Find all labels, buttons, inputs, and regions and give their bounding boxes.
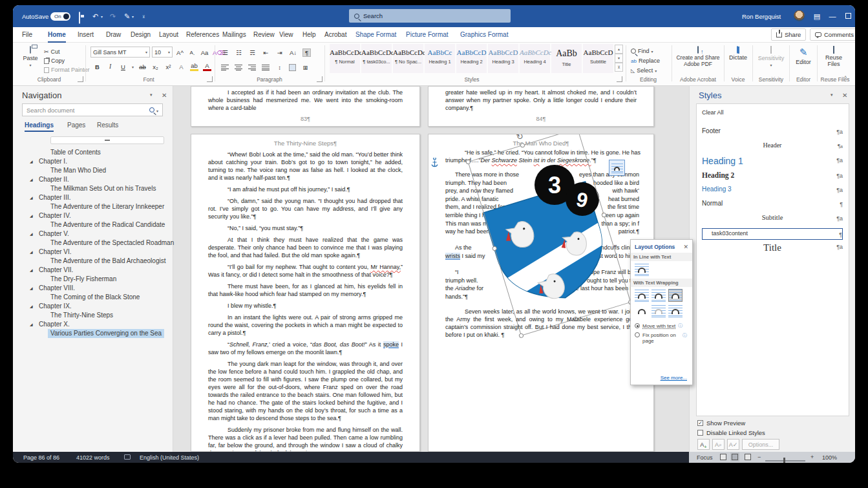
zoom-slider[interactable] [765, 460, 805, 461]
dictate-button[interactable]: Dictate [726, 47, 750, 61]
nav-item[interactable]: Table of Contents [13, 148, 173, 157]
search-input[interactable]: Search [349, 9, 511, 23]
nav-item[interactable]: The Man Who Died [13, 166, 173, 175]
show-marks-button[interactable]: ¶ [302, 48, 311, 57]
wrap-tight-icon[interactable] [651, 289, 666, 302]
focus-button[interactable]: Focus [697, 454, 713, 461]
style-entry-heading3[interactable]: Heading 3¶a [702, 186, 843, 198]
nav-item[interactable]: ◢Chapter V. [13, 229, 173, 239]
align-right-icon[interactable] [248, 65, 257, 70]
style-entry-title[interactable]: Title¶a [702, 242, 843, 255]
comments-button[interactable]: Comments [810, 28, 855, 41]
replace-button[interactable]: abReplace [631, 56, 660, 65]
nav-item[interactable]: The Adventure of the Radical Candidate [13, 220, 173, 229]
nav-item[interactable]: The Dry-Fly Fisherman [13, 275, 173, 284]
nav-collapse-box[interactable] [50, 136, 164, 144]
style-card-subtitle[interactable]: AaBbCcDSubtitle [583, 44, 613, 73]
editor-button[interactable]: ✎Editor [791, 47, 816, 65]
style-card-task03content[interactable]: AaBbCcDc¶ task03co... [361, 44, 392, 73]
bullets-button[interactable]: ☰ [221, 49, 229, 56]
nav-item[interactable]: ◢Chapter VI. [13, 248, 173, 257]
collapse-ribbon-icon[interactable]: ^ [844, 75, 847, 81]
styles-dialog-launcher[interactable] [617, 76, 622, 82]
nav-pane-dropdown-icon[interactable]: ▾ [150, 92, 153, 98]
nav-item[interactable]: ◢Chapter II. [13, 175, 173, 184]
style-card-normal[interactable]: AaBbCcDc¶ Normal [330, 44, 360, 73]
nav-search-input[interactable]: Search document ▾ [22, 103, 163, 116]
popup-close-icon[interactable]: ✕ [683, 244, 688, 250]
style-card-no-spacing[interactable]: AaBbCcDc¶ No Spac... [393, 44, 423, 73]
wrap-behind-text-icon[interactable] [651, 304, 666, 317]
zoom-level[interactable]: 100% [822, 454, 837, 461]
find-button[interactable]: Find▾ [631, 47, 653, 56]
user-name[interactable]: Ron Bergquist [742, 13, 781, 20]
tab-home[interactable]: Home [48, 27, 66, 43]
nav-item[interactable]: The Coming of the Black Stone [13, 293, 173, 302]
tab-layout[interactable]: Layout [159, 27, 178, 43]
layout-options-button[interactable] [609, 160, 625, 176]
style-entry-normal[interactable]: Normal¶ [702, 200, 843, 213]
info-icon[interactable]: ⓘ [678, 323, 683, 329]
font-dialog-launcher[interactable] [207, 76, 213, 82]
style-clear-all[interactable]: Clear All [702, 109, 843, 122]
style-card-heading2[interactable]: AaBbCcDHeading 2 [456, 44, 487, 73]
subscript-button[interactable]: x₂ [151, 63, 160, 70]
grow-font-button[interactable]: A^ [176, 49, 184, 56]
shading-button[interactable] [289, 64, 296, 71]
move-with-text-radio[interactable] [635, 323, 640, 328]
gallery-scroll-down[interactable]: ▾ [615, 54, 623, 63]
style-entry-heading2[interactable]: Heading 2¶a [702, 171, 843, 184]
superscript-button[interactable]: x² [164, 63, 173, 70]
align-left-icon[interactable] [221, 65, 229, 70]
nav-item[interactable]: ◢Chapter VII. [13, 266, 173, 275]
style-card-title[interactable]: AaBbTitle [551, 44, 582, 73]
align-center-icon[interactable] [235, 65, 243, 70]
tab-picture-format[interactable]: Picture Format [406, 27, 449, 43]
italic-button[interactable]: I [106, 63, 114, 70]
reuse-files-button[interactable]: Reuse Files [819, 47, 849, 67]
tab-references[interactable]: References [186, 27, 219, 43]
show-preview-checkbox[interactable]: ✓Show Preview [697, 419, 745, 427]
style-entry-task03content-selected[interactable]: task03content¶ [702, 228, 843, 240]
ribbon-display-icon[interactable]: ▤ [809, 5, 825, 27]
style-entry-heading1[interactable]: Heading 1¶a [702, 156, 843, 169]
tab-shape-format[interactable]: Shape Format [355, 27, 396, 43]
styles-pane-dropdown-icon[interactable]: ▾ [831, 92, 833, 98]
text-effects-button[interactable]: A [177, 63, 185, 70]
avatar[interactable] [794, 10, 805, 21]
nav-item[interactable]: ◢Chapter X. [13, 320, 173, 329]
tab-view[interactable]: View [279, 27, 293, 43]
copy-button[interactable]: Copy [44, 56, 65, 65]
web-layout-icon[interactable] [745, 454, 751, 460]
justify-icon[interactable] [262, 65, 270, 70]
tab-file[interactable]: File [22, 27, 32, 43]
increase-indent-button[interactable]: ⇥ [275, 49, 284, 56]
nav-pane-close-icon[interactable]: ✕ [162, 92, 167, 99]
style-card-heading1[interactable]: AaBbCcHeading 1 [425, 44, 455, 73]
style-entry-subtitle[interactable]: Subtitle¶a [702, 214, 843, 227]
minimize-button[interactable]: — [825, 5, 840, 27]
wrap-through-icon[interactable] [668, 289, 683, 302]
proofing-icon[interactable] [124, 454, 131, 460]
options-button[interactable]: Options... [742, 439, 779, 450]
resize-handle[interactable] [492, 246, 498, 251]
tab-design[interactable]: Design [131, 27, 151, 43]
share-button[interactable]: Share [771, 28, 806, 41]
wrap-in-front-icon[interactable] [668, 304, 683, 317]
tab-draw[interactable]: Draw [106, 27, 121, 43]
info-icon[interactable]: ⓘ [683, 332, 687, 339]
paste-dropdown-icon[interactable]: ▾ [29, 63, 31, 67]
sort-button[interactable]: A↓ [289, 49, 297, 56]
decrease-indent-button[interactable]: ⇤ [262, 49, 270, 56]
tab-graphics-format[interactable]: Graphics Format [460, 27, 508, 43]
nav-search-dropdown-icon[interactable]: ▾ [156, 109, 158, 113]
select-button[interactable]: ◺Select▾ [631, 66, 657, 75]
line-spacing-button[interactable]: ↕ [275, 64, 284, 71]
nav-item[interactable]: The Milkman Sets Out on his Travels [13, 184, 173, 193]
underline-dropdown-icon[interactable]: ▾ [132, 65, 134, 69]
change-case-button[interactable]: Aa [200, 49, 209, 56]
tab-acrobat[interactable]: Acrobat [324, 27, 346, 43]
read-mode-icon[interactable] [720, 454, 726, 460]
zoom-in-icon[interactable]: + [810, 454, 814, 460]
new-style-button[interactable]: A+ [697, 439, 710, 450]
